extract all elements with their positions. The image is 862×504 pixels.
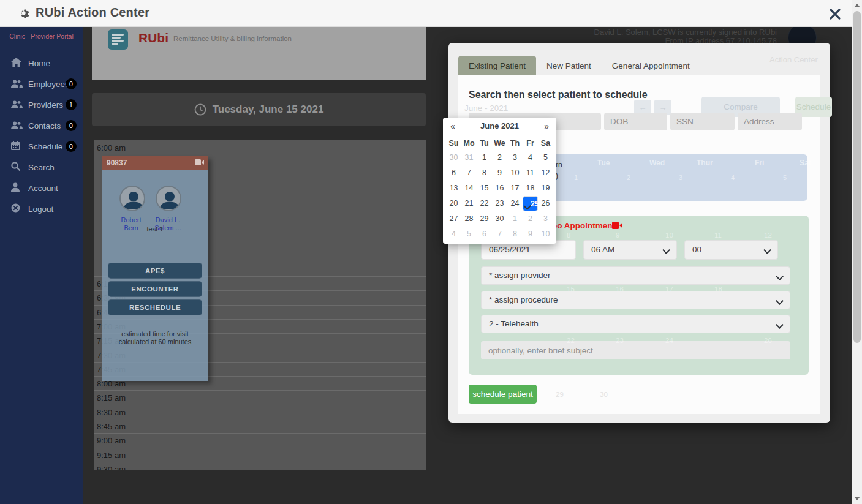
- next-month-button[interactable]: »: [544, 121, 549, 131]
- appointment-action-button[interactable]: RESCHEDULE: [108, 299, 202, 315]
- calendar-day[interactable]: 27: [446, 211, 461, 227]
- calendar-day[interactable]: 15: [477, 181, 492, 196]
- time-slot-label: 6:00 am: [97, 143, 126, 152]
- tab-general-appointment[interactable]: General Appointment: [602, 56, 700, 75]
- tab-new-patient[interactable]: New Patient: [536, 56, 602, 75]
- calendar-day[interactable]: 14: [461, 181, 477, 196]
- sidebar-item-account[interactable]: Account: [0, 178, 83, 198]
- patient-name-fragment: rn: [556, 160, 562, 169]
- calendar-day[interactable]: 21: [461, 196, 477, 211]
- calendar-day[interactable]: 4: [523, 150, 538, 165]
- calendar-day[interactable]: 30: [446, 150, 461, 165]
- app-logo-card: RUbi Remittance Utility & billing inform…: [92, 27, 426, 80]
- calendar-day[interactable]: 7: [461, 165, 477, 181]
- calendar-day[interactable]: 1: [507, 211, 523, 227]
- telehealth-mode-select[interactable]: 2 - Telehealth: [481, 315, 790, 333]
- calendar-day[interactable]: 25: [523, 196, 538, 211]
- schedule-row[interactable]: 8:30 am: [94, 405, 426, 419]
- sidebar-item-employees[interactable]: Employees0: [0, 73, 83, 94]
- video-camera-icon: [612, 222, 622, 229]
- list-icon: [108, 29, 128, 50]
- appointment-action-button[interactable]: APE$: [108, 263, 202, 279]
- calendar-day[interactable]: 5: [538, 150, 553, 165]
- schedule-row[interactable]: 8:45 am: [94, 419, 426, 434]
- sidebar-item-contacts[interactable]: Contacts0: [0, 115, 83, 136]
- count-badge: 0: [66, 141, 77, 152]
- calendar-day[interactable]: 17: [507, 181, 523, 196]
- schedule-row[interactable]: 9:30 am: [94, 462, 426, 470]
- calendar-day-name: Mo: [461, 136, 477, 151]
- sidebar-item-providers[interactable]: Providers1: [0, 94, 83, 115]
- calendar-day[interactable]: 23: [492, 196, 507, 211]
- calendar-day[interactable]: 3: [507, 150, 523, 165]
- address-input[interactable]: [738, 113, 802, 130]
- calendar-day[interactable]: 10: [507, 165, 523, 181]
- sidebar-item-home[interactable]: Home: [0, 53, 83, 73]
- calendar-day[interactable]: 24: [507, 196, 523, 211]
- appointment-card[interactable]: 90837 Robert BernDavid L. Solem ... test…: [102, 156, 208, 381]
- subject-input[interactable]: [481, 341, 790, 359]
- page-scrollbar[interactable]: [852, 0, 862, 504]
- calendar-day[interactable]: 18: [523, 181, 538, 196]
- calendar-day[interactable]: 2: [523, 211, 538, 227]
- calendar-day[interactable]: 29: [477, 211, 492, 227]
- calendar-day[interactable]: 12: [538, 165, 553, 181]
- calendar-day[interactable]: 28: [461, 211, 477, 227]
- calendar-day[interactable]: 5: [461, 227, 477, 242]
- modal-tabs: Existing PatientNew PatientGeneral Appoi…: [458, 56, 700, 75]
- calendar-day[interactable]: 4: [446, 227, 461, 242]
- time-slot-label: 9:30 am: [97, 465, 126, 470]
- users-icon: [11, 116, 23, 137]
- calendar-day[interactable]: 26: [538, 196, 553, 211]
- calendar-day[interactable]: 19: [538, 181, 553, 196]
- tab-existing-patient[interactable]: Existing Patient: [458, 56, 536, 75]
- scroll-up-arrow[interactable]: [854, 4, 860, 7]
- schedule-row[interactable]: 9:00 am: [94, 433, 426, 448]
- calendar-day[interactable]: 6: [477, 227, 492, 242]
- scroll-down-arrow[interactable]: [854, 497, 860, 500]
- calendar-day[interactable]: 9: [492, 165, 507, 181]
- time-slot-label: 8:45 am: [97, 422, 126, 431]
- sidebar-item-schedule[interactable]: Schedule0: [0, 136, 83, 157]
- calendar-day[interactable]: 30: [492, 211, 507, 227]
- calendar-day[interactable]: 8: [477, 165, 492, 181]
- calendar-day[interactable]: 6: [446, 165, 461, 181]
- ssn-input[interactable]: [670, 113, 735, 130]
- schedule-row[interactable]: 8:15 am: [94, 390, 426, 405]
- ghost-day-number: 3: [679, 174, 682, 181]
- ghost-day-number: 29: [556, 391, 564, 398]
- calendar-day[interactable]: 3: [538, 211, 553, 227]
- brand-tagline: Remittance Utility & billing information: [173, 35, 292, 42]
- ghost-day-number: 16: [616, 285, 624, 293]
- calendar-day[interactable]: 1: [477, 150, 492, 165]
- calendar-day[interactable]: 9: [523, 227, 538, 242]
- calendar-day[interactable]: 31: [461, 150, 477, 165]
- calendar-day[interactable]: 13: [446, 181, 461, 196]
- dob-input[interactable]: [604, 113, 667, 130]
- calendar-day[interactable]: 11: [523, 165, 538, 181]
- ghost-day-number: 26: [764, 337, 772, 344]
- schedule-row[interactable]: 9:15 am: [94, 448, 426, 462]
- assign-provider-select[interactable]: * assign provider: [481, 266, 790, 285]
- home-icon: [11, 53, 23, 74]
- scrollbar-thumb[interactable]: [853, 11, 861, 343]
- close-icon[interactable]: [827, 6, 843, 22]
- time-slot-label: 9:15 am: [97, 451, 126, 460]
- assign-procedure-select[interactable]: * assign procedure: [481, 291, 790, 309]
- hour-select[interactable]: 06 AM: [583, 240, 677, 260]
- calendar-day[interactable]: 7: [492, 227, 507, 242]
- schedule-patient-button[interactable]: schedule patient: [469, 385, 537, 404]
- calendar-day[interactable]: 20: [446, 196, 461, 211]
- calendar-day[interactable]: 22: [477, 196, 492, 211]
- appointment-action-button[interactable]: ENCOUNTER: [108, 281, 202, 297]
- ghost-day-number: 17: [665, 285, 673, 293]
- sidebar-item-label: Logout: [28, 205, 53, 214]
- calendar-day[interactable]: 16: [492, 181, 507, 196]
- sidebar-item-search[interactable]: Search: [0, 157, 83, 178]
- calendar-day[interactable]: 10: [538, 227, 553, 242]
- calendar-day[interactable]: 8: [507, 227, 523, 242]
- minute-select[interactable]: 00: [684, 240, 778, 260]
- ghost-weekday-header: Sat: [800, 159, 811, 167]
- calendar-day[interactable]: 2: [492, 150, 507, 165]
- sidebar-item-logout[interactable]: Logout: [0, 198, 83, 219]
